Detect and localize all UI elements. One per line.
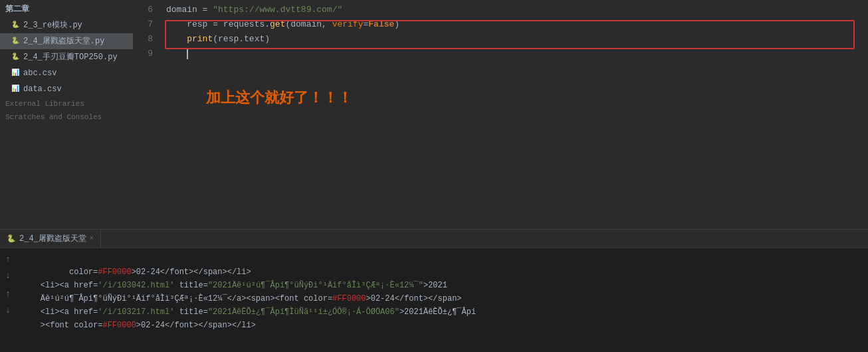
code-token: verify <box>332 17 364 32</box>
code-token: . <box>265 17 270 32</box>
scratches-label: Scratches and Consoles <box>0 110 133 124</box>
csv-icon-abc: 📊 <box>11 69 20 78</box>
line-numbers: 6 7 8 9 <box>133 0 160 229</box>
code-token: domain <box>166 3 197 17</box>
bottom-tab-label: 2_4_屠戮盗版天堂 <box>19 233 86 244</box>
sidebar-item-top250[interactable]: 🐍 2_4_手刃豆瓣TOP250.py <box>0 49 133 65</box>
code-token: = <box>364 17 369 32</box>
line-num-9: 9 <box>133 47 153 61</box>
line-num-6: 6 <box>133 3 153 17</box>
bottom-tab-close[interactable]: × <box>90 235 94 242</box>
cursor <box>187 49 188 59</box>
bottom-tab-bar: 🐍 2_4_屠戮盗版天堂 × <box>0 230 868 248</box>
code-token <box>166 47 187 61</box>
scroll-up-btn[interactable]: ↑ <box>3 252 13 267</box>
editor-area: 6 7 8 9 domain = "https://www.dvtt89.com… <box>133 0 868 229</box>
code-token: False <box>368 17 394 32</box>
code-token: (domain, <box>285 17 332 32</box>
sidebar: 第二章 🐍 2_3_re模块.py 🐍 2_4_屠戮盗版天堂.py 🐍 2_4_… <box>0 0 133 229</box>
line-num-7: 7 <box>133 17 153 32</box>
sidebar-item-dvtt[interactable]: 🐍 2_4_屠戮盗版天堂.py <box>0 33 133 49</box>
bottom-nav-btns: ↑ ↓ ↑ ↓ <box>0 248 16 321</box>
code-token: = <box>207 17 223 32</box>
code-content: 6 7 8 9 domain = "https://www.dvtt89.com… <box>133 0 868 229</box>
code-token: get <box>270 17 285 32</box>
sidebar-item-data[interactable]: 📊 data.csv <box>0 81 133 97</box>
code-token: = <box>197 3 213 17</box>
sidebar-item-re[interactable]: 🐍 2_3_re模块.py <box>0 17 133 33</box>
sidebar-filename-data: data.csv <box>23 83 62 96</box>
code-line-9 <box>166 47 868 61</box>
py-icon: 🐍 <box>11 21 20 30</box>
py-icon-active: 🐍 <box>11 37 20 46</box>
sidebar-chapter: 第二章 <box>0 1 133 17</box>
csv-icon-data: 📊 <box>11 85 20 94</box>
py-icon-top250: 🐍 <box>11 53 20 62</box>
code-line-7: resp = requests . get (domain, verify = … <box>166 17 868 32</box>
line-num-8: 8 <box>133 32 153 47</box>
sidebar-filename-re: 2_3_re模块.py <box>23 19 82 32</box>
external-libraries-label: External Libraries <box>0 97 133 110</box>
bottom-content: ↑ ↓ ↑ ↓ color=#FF0000>02-24</font></span… <box>0 248 868 352</box>
chapter-label: 第二章 <box>5 3 29 16</box>
bottom-panel: 🐍 2_4_屠戮盗版天堂 × ↑ ↓ ↑ ↓ color=#FF0000>02-… <box>0 229 868 352</box>
bottom-tab-py-icon: 🐍 <box>7 234 16 243</box>
nav-btn-extra2[interactable]: ↓ <box>3 303 13 317</box>
code-lines[interactable]: domain = "https://www.dvtt89.com/" resp … <box>160 0 868 229</box>
code-token: requests <box>223 17 265 32</box>
annotation-text: 加上这个就好了！！！ <box>166 75 868 121</box>
html-output: color=#FF0000>02-24</font></span></li> <… <box>7 252 861 345</box>
code-token: "https://www.dvtt89.com/" <box>213 3 342 17</box>
bottom-tab-dvtt[interactable]: 🐍 2_4_屠戮盗版天堂 × <box>0 230 101 248</box>
code-line-8: print (resp.text) <box>166 32 868 47</box>
sidebar-filename-top250: 2_4_手刃豆瓣TOP250.py <box>23 51 118 64</box>
code-token: resp <box>166 17 207 32</box>
nav-btn-extra[interactable]: ↑ <box>3 287 13 301</box>
sidebar-filename-dvtt: 2_4_屠戮盗版天堂.py <box>23 35 104 48</box>
code-token <box>166 32 187 47</box>
code-token: (resp.text) <box>213 32 270 47</box>
main-area: 第二章 🐍 2_3_re模块.py 🐍 2_4_屠戮盗版天堂.py 🐍 2_4_… <box>0 0 868 229</box>
code-line-6: domain = "https://www.dvtt89.com/" <box>166 3 868 17</box>
sidebar-filename-abc: abc.csv <box>23 67 56 80</box>
code-token: print <box>187 32 213 47</box>
code-token: ) <box>394 17 399 32</box>
scroll-down-btn[interactable]: ↓ <box>3 268 13 283</box>
sidebar-item-abc[interactable]: 📊 abc.csv <box>0 65 133 81</box>
